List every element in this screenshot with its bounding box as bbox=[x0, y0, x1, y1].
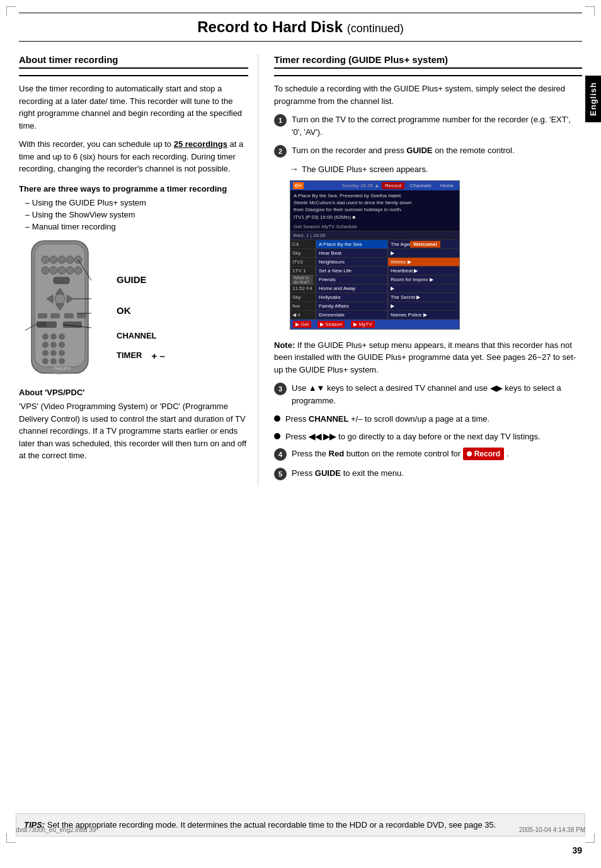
three-ways-heading: There are three ways to programme a time… bbox=[19, 183, 248, 195]
guide-date: Sunday 18:45 ▲ bbox=[342, 183, 380, 188]
guide-ch-1tv1: 1TV 1 bbox=[290, 267, 316, 275]
svg-rect-19 bbox=[50, 313, 60, 318]
step-5-text: Press GUIDE to exit the menu. bbox=[292, 467, 582, 480]
step-circle-1: 1 bbox=[274, 114, 287, 127]
guide-row-3: 1TV 1 Set a New Life Heartbeat ▶ bbox=[290, 267, 459, 275]
step-circle-5: 5 bbox=[274, 468, 287, 480]
guide-cell-50: Home and Away bbox=[316, 284, 387, 292]
step-1-text: Turn on the TV to the correct programme … bbox=[292, 113, 582, 138]
tab-channels: Channels bbox=[407, 182, 435, 189]
svg-text:SAA...: SAA... bbox=[55, 372, 66, 376]
svg-point-32 bbox=[59, 350, 65, 356]
svg-point-30 bbox=[42, 350, 49, 356]
step-2-text: Turn on the recorder and press GUIDE on … bbox=[292, 144, 582, 157]
guide-row-4: ITV5 Friends Room for Improv ▶ bbox=[290, 275, 459, 284]
svg-point-25 bbox=[50, 333, 57, 340]
svg-point-17 bbox=[55, 294, 65, 304]
bullet-skip-code: ◀◀ ▶▶ bbox=[309, 432, 336, 441]
step-3: 3 Use ▲▼ keys to select a desired TV cha… bbox=[274, 382, 582, 407]
remote-labels-container: GUIDE OK CHANNEL TIMER + – bbox=[117, 255, 165, 361]
vpspdc-heading: About 'VPS/PDC' bbox=[19, 388, 248, 397]
svg-rect-18 bbox=[38, 313, 47, 318]
svg-point-27 bbox=[42, 342, 49, 348]
guide-row-8: ◀ 4 Emmerdale Names Police ▶ bbox=[290, 311, 459, 320]
guide-row-content-8: Emmerdale Names Police ▶ bbox=[316, 311, 459, 319]
svg-point-5 bbox=[66, 256, 74, 263]
step4-after: button on the remote control for bbox=[344, 449, 463, 458]
bullet-skip: Press ◀◀ ▶▶ to go directly to a day befo… bbox=[274, 431, 582, 443]
guide-row-6: Sky Hollyoaks The Secret ▶ bbox=[290, 293, 459, 302]
list-item: Using the ShowView system bbox=[25, 210, 248, 219]
guide-info-line1: A Place By the Sea: Presented by Seetha … bbox=[294, 192, 456, 199]
guide-time-row: Wed, 1 | 16:00 bbox=[290, 231, 459, 240]
label-timer: TIMER bbox=[117, 350, 142, 361]
step-5: 5 Press GUIDE to exit the menu. bbox=[274, 467, 582, 480]
timer-rule bbox=[19, 75, 248, 76]
label-ok: OK bbox=[117, 305, 165, 316]
guide-row-1: Sky Hear Beat ▶ bbox=[290, 249, 459, 258]
guide-row-content-1: Hear Beat ▶ bbox=[316, 249, 459, 257]
bullet-ch-bold: CHANNEL bbox=[309, 414, 349, 424]
remote-diagram-area: PHILIPS SAA... GUIDE OK bbox=[19, 238, 248, 378]
bullet-skip-before: Press bbox=[285, 432, 309, 441]
bullet-channel: Press CHANNEL +/– to scroll down/up a pa… bbox=[274, 413, 582, 425]
step4-period: . bbox=[507, 449, 509, 458]
corner-mark-tr bbox=[585, 6, 595, 16]
timer-section-heading: About timer recording bbox=[19, 54, 248, 69]
svg-point-35 bbox=[59, 358, 65, 364]
guide-row-2: ITV2 Neighbours Weeks ▶ bbox=[290, 258, 459, 267]
guide-cell-51: ▶ bbox=[387, 284, 459, 292]
step-2-after: on the remote control. bbox=[433, 146, 515, 155]
label-channel: CHANNEL bbox=[117, 331, 165, 340]
record-dot bbox=[467, 451, 472, 456]
guide-cell-61: The Secret ▶ bbox=[387, 293, 459, 301]
guide-ch-info: ITV1 |P 03| 16:00 (62Min) ■ bbox=[294, 214, 456, 221]
title-continued: (continued) bbox=[347, 22, 404, 35]
guide-row-content-5: Home and Away ▶ bbox=[316, 284, 459, 292]
vpspdc-text: 'VPS' (Video Programming System) or 'PDC… bbox=[19, 400, 248, 462]
corner-mark-br bbox=[585, 833, 595, 843]
left-column: About timer recording Use the timer reco… bbox=[19, 54, 258, 487]
guide-nav-2: ▶ Season bbox=[318, 321, 345, 328]
guide-row-5: 11.52 F4 Home and Away ▶ bbox=[290, 284, 459, 293]
step-4-text: Press the Red button on the remote contr… bbox=[292, 448, 582, 460]
tab-home: Home bbox=[437, 182, 457, 189]
timer-guide-intro: To schedule a recording with the GUIDE P… bbox=[274, 83, 582, 107]
tab-record: Record bbox=[382, 182, 404, 189]
step5-bold: GUIDE bbox=[315, 468, 341, 478]
timer-guide-rule bbox=[274, 75, 582, 76]
guide-ch-sky2: Sky bbox=[290, 293, 316, 301]
bullet-ch-after: +/– to scroll down/up a page at a time. bbox=[348, 414, 489, 424]
guide-ch-4: ◀ 4 bbox=[290, 311, 316, 319]
arrow-icon: → bbox=[290, 164, 299, 174]
svg-point-28 bbox=[50, 342, 57, 348]
step-2: 2 Turn on the recorder and press GUIDE o… bbox=[274, 144, 582, 158]
guide-row-7: five Family Affairs ▶ bbox=[290, 302, 459, 311]
bullet-skip-text: Press ◀◀ ▶▶ to go directly to a day befo… bbox=[285, 431, 582, 443]
step-circle-4: 4 bbox=[274, 448, 287, 461]
svg-rect-36 bbox=[37, 321, 47, 327]
label-timer-plusminus: TIMER + – bbox=[117, 350, 165, 361]
svg-point-10 bbox=[66, 267, 74, 274]
guide-row-content-2: Neighbours Weeks ▶ bbox=[316, 258, 459, 266]
svg-point-7 bbox=[42, 267, 49, 274]
guide-cell-10: Hear Beat bbox=[316, 249, 387, 257]
timer-guide-heading: Timer recording (GUIDE Plus+ system) bbox=[274, 54, 582, 69]
guide-ch-bar: Get Season MyTV Schedule bbox=[290, 223, 459, 231]
guide-ch-f4: 11.52 F4 bbox=[290, 284, 316, 292]
footer-date: 2005-10-04 4:14:38 PM bbox=[519, 826, 585, 833]
list-item: Manual timer recording bbox=[25, 222, 248, 231]
step-4: 4 Press the Red button on the remote con… bbox=[274, 448, 582, 461]
guide-ch-itv2: ITV2 bbox=[290, 258, 316, 266]
guide-cell-30: Set a New Life bbox=[316, 267, 387, 275]
label-plusminus: + – bbox=[151, 350, 164, 361]
title-text: Record to Hard Disk bbox=[197, 18, 343, 35]
step-1: 1 Turn on the TV to the correct programm… bbox=[274, 113, 582, 138]
right-column: Timer recording (GUIDE Plus+ system) To … bbox=[271, 54, 582, 487]
svg-point-11 bbox=[74, 267, 82, 274]
guide-cell-40: Friends bbox=[316, 275, 387, 284]
bullet-skip-after: to go directly to a day before or the ne… bbox=[336, 432, 540, 441]
bullet-dot-1 bbox=[274, 415, 280, 422]
guide-cell-81: Names Police ▶ bbox=[387, 311, 459, 319]
svg-point-29 bbox=[59, 342, 65, 348]
